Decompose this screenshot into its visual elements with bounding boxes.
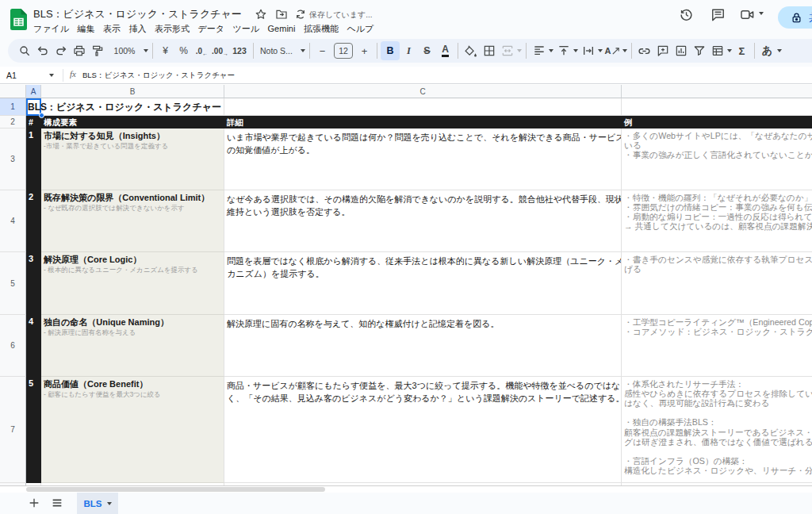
meet-video-icon[interactable] <box>740 7 755 22</box>
row-header-7[interactable]: 7 <box>0 377 26 483</box>
merge-cells-icon[interactable] <box>498 41 516 60</box>
horizontal-align-caret-icon[interactable] <box>548 41 554 60</box>
name-box-caret-icon[interactable] <box>49 74 54 77</box>
comments-icon[interactable] <box>710 7 726 22</box>
column-header-b[interactable]: B <box>41 85 224 98</box>
increase-decimal-button[interactable]: .00→ <box>211 41 229 60</box>
row-header-5[interactable]: 5 <box>0 252 26 315</box>
cell-B5-component[interactable]: 解決原理（Core Logic） - 根本的に異なるユニーク・メカニズムを提示す… <box>41 252 224 315</box>
input-tools-button[interactable]: あ <box>758 41 776 60</box>
decrease-font-size-button[interactable]: − <box>313 41 331 60</box>
share-button[interactable]: 共有 <box>778 6 812 29</box>
sheet-tab-bls[interactable]: BLS <box>77 493 118 514</box>
row-header-4[interactable]: 4 <box>0 190 26 252</box>
row-header-2[interactable]: 2 <box>0 116 26 128</box>
cell-A7-number[interactable]: 5 <box>29 378 41 485</box>
cell-B6-component[interactable]: 独自の命名（Unique Naming） - 解決原理に固有名称を与える <box>41 315 224 377</box>
text-wrap-caret-icon[interactable] <box>597 41 603 60</box>
cell-D6-example[interactable]: ・工学型コピーライティング™（Engineered Cop ・コアメソッド：ビジ… <box>622 315 812 377</box>
cell-C7-detail[interactable]: 商品・サービスが顧客にもたらす便益を、最大3つに絞って提示する。機能や特徴を並べ… <box>224 377 622 483</box>
strikethrough-button[interactable]: S <box>418 41 436 60</box>
menu-data[interactable]: データ <box>198 22 225 36</box>
cell-B7-component[interactable]: 商品価値（Core Benefit） - 顧客にもたらす便益を最大3つに絞る <box>41 377 224 483</box>
formula-input[interactable]: BLS：ビジネス・ロジック・ストラクチャー <box>82 67 235 84</box>
name-box[interactable]: A1 <box>6 67 48 84</box>
text-wrap-icon[interactable] <box>579 41 597 60</box>
input-tools-caret-icon[interactable] <box>776 41 783 60</box>
cell-B4-component[interactable]: 既存解決策の限界（Conventional Limit） - なぜ既存の選択肢で… <box>41 190 224 252</box>
select-all-corner[interactable] <box>0 85 26 98</box>
cell-A4-number[interactable]: 2 <box>29 192 41 254</box>
menu-file[interactable]: ファイル <box>33 22 69 36</box>
row-header-3[interactable]: 3 <box>0 128 26 190</box>
cell-D4-example[interactable]: ・特徴・機能の羅列：「なぜそれが必要なのか」 ・雰囲気だけの情緒コピー：事業の強… <box>622 190 812 252</box>
format-currency-button[interactable]: ¥ <box>156 41 174 60</box>
menu-help[interactable]: ヘルプ <box>347 22 373 36</box>
column-header-a[interactable]: A <box>26 85 41 98</box>
menu-extensions[interactable]: 拡張機能 <box>304 22 339 36</box>
table-views-icon[interactable] <box>708 41 726 60</box>
selection-fill-handle[interactable] <box>39 113 44 118</box>
text-rotation-icon[interactable]: A <box>603 41 622 60</box>
format-percent-button[interactable]: % <box>174 41 193 60</box>
vertical-align-icon[interactable] <box>554 41 573 60</box>
menu-format[interactable]: 表示形式 <box>155 22 190 36</box>
cell-C3-detail[interactable]: いま市場や業界で起きている問題は何か？問題を売り込むことで、それを解決できる商品… <box>224 128 622 190</box>
menu-view[interactable]: 表示 <box>103 22 121 36</box>
menu-edit[interactable]: 編集 <box>78 22 95 36</box>
cell-B3-component[interactable]: 市場に対する知見（Insights） -市場・業界で起きている問題を定義する <box>41 128 224 190</box>
cell-C5-detail[interactable]: 問題を表層ではなく根底から解消する、従来手法とは根本的に異なる新しい解決原理（ユ… <box>224 252 622 315</box>
table-views-caret-icon[interactable] <box>726 41 733 60</box>
cell-D3-example[interactable]: ・多くのWebサイトやLPには、「なぜあなたのサ いる ・事業の強みが正しく言語… <box>622 128 812 190</box>
paint-format-icon[interactable] <box>88 41 106 60</box>
menu-insert[interactable]: 挿入 <box>129 22 147 36</box>
cell-A3-number[interactable]: 1 <box>29 130 41 192</box>
text-color-button[interactable]: A <box>436 41 454 60</box>
column-header-d[interactable] <box>622 85 812 98</box>
meet-caret-icon[interactable] <box>759 12 764 15</box>
version-history-icon[interactable] <box>679 7 694 22</box>
insert-link-icon[interactable] <box>635 41 653 60</box>
row-header-1[interactable]: 1 <box>0 98 26 116</box>
zoom-caret-icon[interactable] <box>143 41 149 60</box>
table-header-row[interactable]: # 構成要素 詳細 例 <box>26 116 812 128</box>
cell-A6-number[interactable]: 4 <box>29 316 41 378</box>
decrease-decimal-button[interactable]: .0← <box>193 41 211 60</box>
fill-color-icon[interactable] <box>462 41 480 60</box>
redo-icon[interactable] <box>52 41 70 60</box>
column-header-c[interactable]: C <box>224 85 622 98</box>
merge-caret-icon[interactable] <box>516 41 523 60</box>
document-title[interactable]: BLS：ビジネス・ロジック・ストラクチャー <box>33 7 242 21</box>
font-size-input[interactable]: 12 <box>334 43 353 59</box>
all-sheets-icon[interactable] <box>51 497 63 509</box>
italic-button[interactable]: I <box>400 41 418 60</box>
print-icon[interactable] <box>70 41 88 60</box>
cell-D1[interactable] <box>622 98 812 116</box>
font-caret-icon[interactable] <box>300 41 306 60</box>
cell-C4-detail[interactable]: なぜ今ある選択肢では、その構造的欠陥を解消できないのかを説明する。競合他社や代替… <box>224 190 622 252</box>
cell-C1[interactable] <box>224 98 622 116</box>
zoom-select[interactable]: 100% <box>106 41 143 60</box>
number-format-button[interactable]: 123 <box>229 41 250 60</box>
filter-icon[interactable] <box>690 41 708 60</box>
cell-A5-number[interactable]: 3 <box>29 254 41 316</box>
undo-icon[interactable] <box>33 41 52 60</box>
cell-C6-detail[interactable]: 解決原理に固有の名称を与えて、知的な権威付けと記憶定着を図る。 <box>224 315 622 377</box>
font-select[interactable]: Noto S... <box>257 41 300 60</box>
star-icon[interactable] <box>255 8 267 21</box>
add-sheet-icon[interactable] <box>28 497 40 509</box>
search-icon[interactable] <box>15 41 33 60</box>
horizontal-scrollbar[interactable] <box>26 487 325 492</box>
bold-button[interactable]: B <box>381 41 400 60</box>
cell-A1-title[interactable]: BLS：ビジネス・ロジック・ストラクチャー <box>28 98 221 116</box>
row-header-6[interactable]: 6 <box>0 315 26 377</box>
insert-chart-icon[interactable] <box>672 41 690 60</box>
sheets-logo-icon[interactable] <box>10 9 27 30</box>
horizontal-align-icon[interactable] <box>530 41 548 60</box>
borders-icon[interactable] <box>480 41 498 60</box>
vertical-align-caret-icon[interactable] <box>573 41 579 60</box>
menu-tools[interactable]: ツール <box>233 22 260 36</box>
menu-gemini[interactable]: Gemini <box>268 22 296 36</box>
cell-D7-example[interactable]: ・体系化されたリサーチ手法： 感性やひらめきに依存するプロセスを排除してい はな… <box>622 377 812 483</box>
cell-D5-example[interactable]: ・書き手のセンスや感覚に依存する執筆プロセス げる <box>622 252 812 315</box>
